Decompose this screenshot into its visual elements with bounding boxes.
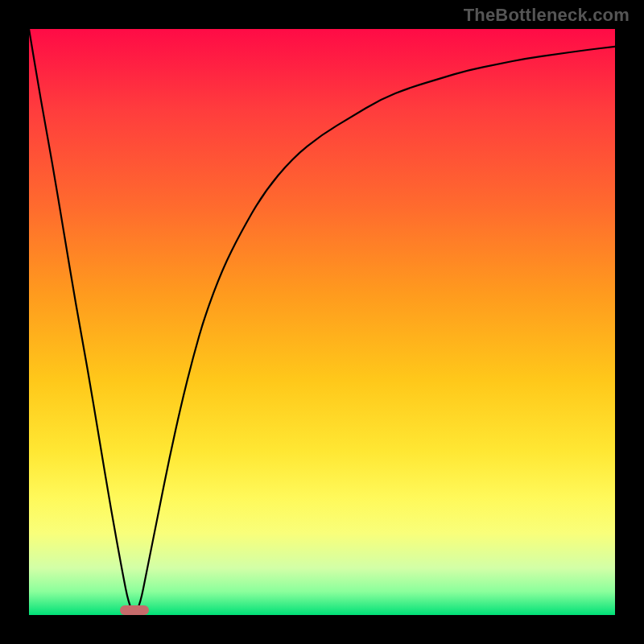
optimal-marker <box>120 605 149 615</box>
watermark-text: TheBottleneck.com <box>464 5 630 26</box>
chart-frame: TheBottleneck.com <box>0 0 644 644</box>
plot-area <box>29 29 615 615</box>
bottleneck-curve <box>29 29 615 615</box>
